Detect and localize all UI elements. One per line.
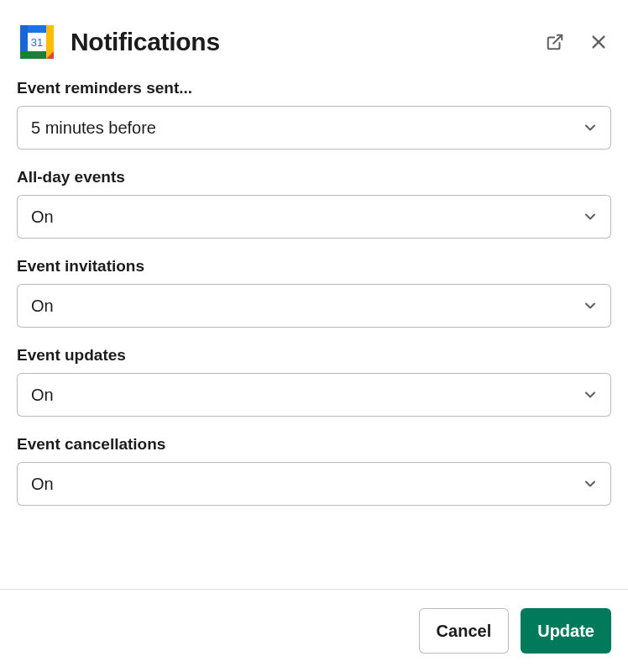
svg-line-7 (553, 35, 562, 44)
field-label: Event updates (17, 346, 611, 365)
field-event-invitations: Event invitations On (17, 257, 611, 328)
field-event-updates: Event updates On (17, 346, 611, 417)
dropdown-value: 5 minutes before (31, 118, 156, 138)
all-day-events-select[interactable]: On (17, 195, 611, 239)
modal-footer: Cancel Update (0, 589, 628, 672)
field-event-cancellations: Event cancellations On (17, 435, 611, 506)
svg-text:31: 31 (31, 36, 43, 49)
header-actions (542, 29, 611, 55)
chevron-down-icon (582, 297, 599, 314)
dropdown-value: On (31, 297, 54, 316)
chevron-down-icon (582, 119, 599, 136)
event-reminders-select[interactable]: 5 minutes before (17, 106, 611, 150)
dropdown-value: On (31, 475, 54, 494)
chevron-down-icon (582, 475, 599, 492)
chevron-down-icon (582, 208, 599, 225)
google-calendar-icon: 31 (17, 22, 57, 62)
field-label: Event cancellations (17, 435, 611, 454)
modal-title: Notifications (71, 28, 529, 56)
external-link-icon (546, 33, 564, 51)
field-label: All-day events (17, 168, 611, 186)
modal-header: 31 Notifications (0, 0, 628, 79)
field-event-reminders: Event reminders sent... 5 minutes before (17, 79, 611, 150)
close-icon (589, 33, 608, 51)
cancel-button[interactable]: Cancel (419, 608, 510, 654)
open-external-button[interactable] (542, 29, 568, 55)
field-label: Event invitations (17, 257, 611, 276)
field-all-day-events: All-day events On (17, 168, 611, 239)
event-cancellations-select[interactable]: On (17, 462, 611, 506)
field-label: Event reminders sent... (17, 79, 611, 97)
event-updates-select[interactable]: On (17, 373, 611, 417)
modal-body: Event reminders sent... 5 minutes before… (0, 79, 628, 589)
event-invitations-select[interactable]: On (17, 284, 611, 328)
update-button[interactable]: Update (521, 608, 611, 654)
dropdown-value: On (31, 207, 54, 227)
close-button[interactable] (586, 29, 611, 55)
chevron-down-icon (582, 386, 599, 403)
dropdown-value: On (31, 386, 54, 405)
